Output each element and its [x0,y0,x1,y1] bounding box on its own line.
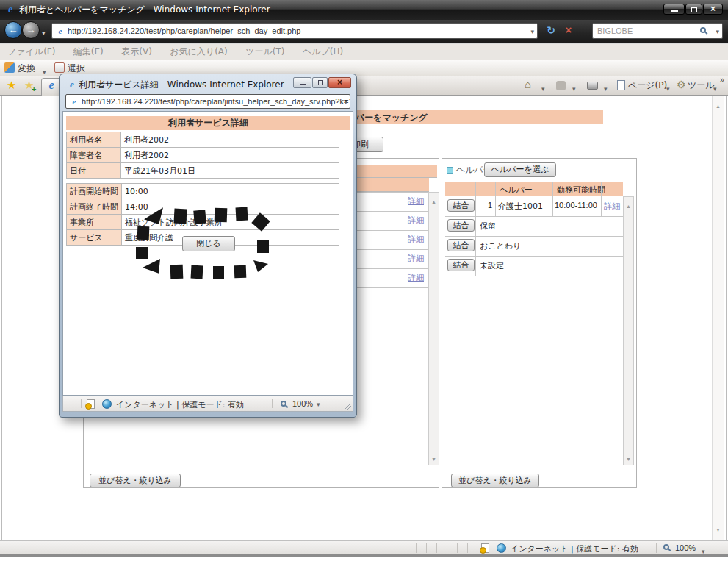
minimize-icon [300,84,306,85]
page-scroll-down-icon[interactable] [716,521,721,535]
user-detail-link[interactable]: 詳細 [408,253,424,264]
table-row: 障害者名 利用者2002 [67,148,339,163]
dialog-address-favicon: e [69,95,79,108]
helper-time: 10:00-11:00 [555,201,597,210]
helper-sort-filter-button[interactable]: 並び替え・絞り込み [451,474,539,487]
main-zoom-level[interactable]: 100% [675,543,696,552]
helper-panel: ヘルパー ヘルパーを選ぶ ヘルパー 勤務可能時間 結合 1 介護士1001 10… [442,158,637,488]
dialog-zoom-level[interactable]: 100% [292,399,313,408]
menu-favorites[interactable]: お気に入り(A) [162,44,234,60]
annotation-mark [136,247,148,259]
scroll-down-icon[interactable] [431,451,436,464]
user-sort-filter-button[interactable]: 並び替え・絞り込み [90,474,181,487]
internet-zone-icon [102,399,112,409]
back-button[interactable] [4,21,22,39]
join-button[interactable]: 結合 [447,199,475,212]
user-detail-link[interactable]: 詳細 [408,234,424,245]
search-dropdown-icon[interactable] [716,24,719,39]
dialog-minimize-button[interactable] [293,77,311,88]
scroll-up-icon[interactable] [431,193,436,207]
helper-list-scrollbar[interactable] [623,196,634,465]
feed-dropdown-icon[interactable] [572,81,576,94]
print-icon[interactable] [587,82,598,90]
helper-name: 未設定 [480,260,504,271]
info-value: 平成21年03月01日 [121,163,339,179]
address-dropdown-icon[interactable] [530,24,534,39]
join-button[interactable]: 結合 [447,219,475,232]
annotation-mark [193,210,206,224]
home-icon[interactable] [525,78,531,91]
internet-zone-icon [497,543,506,553]
menu-tools[interactable]: ツール(T) [238,44,292,60]
protected-page-icon [481,543,489,553]
user-table-bottom-border [87,465,428,465]
refresh-button[interactable] [544,24,558,38]
maximize-button[interactable] [685,4,702,15]
tab-favicon: e [46,79,57,92]
page-scroll-up-icon[interactable] [716,98,721,111]
dialog-close-button[interactable] [328,77,351,88]
feed-icon[interactable] [556,81,566,90]
dialog-restore-button[interactable] [312,77,328,88]
search-icon[interactable] [700,27,706,33]
nav-history-dropdown-icon[interactable] [42,25,46,38]
helper-detail-link[interactable]: 詳細 [604,201,620,212]
time-col-header: 勤務可能時間 [557,185,605,196]
info-value: 利用者2002 [121,148,339,163]
status-divider [406,543,406,553]
stop-button[interactable] [561,24,576,38]
annotation-mark [257,240,269,253]
user-list-scrollbar[interactable] [428,192,439,465]
close-button[interactable] [703,4,723,15]
helper-row-line [445,276,623,276]
home-dropdown-icon[interactable] [541,81,545,94]
menu-help[interactable]: ヘルプ(H) [295,44,350,60]
dialog-title: 利用者サービス詳細 - Windows Internet Explorer [79,79,284,91]
address-input[interactable]: e http://192.168.24.220/test/php/carepla… [51,23,538,39]
helper-col-line [495,182,496,216]
user-detail-link[interactable]: 詳細 [408,196,424,207]
scroll-down-icon[interactable] [626,451,631,464]
menu-view[interactable]: 表示(V) [114,44,159,60]
search-input[interactable]: BIGLOBE [592,23,723,39]
annotation-mark [215,208,228,223]
table-row: 計画開始時間 10:00 [67,184,339,199]
dialog-status-bar: インターネット | 保護モード: 有効 100% [62,396,353,412]
user-detail-link[interactable]: 詳細 [408,215,424,226]
minimize-button[interactable] [663,4,685,15]
forward-button[interactable] [22,21,40,39]
zoom-icon[interactable] [663,544,669,550]
menu-edit[interactable]: 編集(E) [66,44,111,60]
annotation-mark [173,209,187,224]
join-button[interactable]: 結合 [447,259,475,271]
dialog-address-input[interactable]: e http://192.168.24.220/test/php/carepla… [65,94,350,109]
favorites-center-icon[interactable] [7,79,16,92]
dialog-address-dropdown-icon[interactable] [344,95,347,109]
page-menu-button[interactable]: ページ(P) [628,78,667,93]
join-button[interactable]: 結合 [447,239,475,251]
convert-button[interactable]: 変換 [18,62,35,75]
choose-helper-button[interactable]: ヘルパーを選ぶ [484,162,556,177]
main-zone-text: インターネット | 保護モード: 有効 [511,543,638,554]
status-divider [467,543,468,553]
main-status-bar: インターネット | 保護モード: 有効 100% [0,540,728,554]
main-window-title: 利用者とヘルパーをマッチング - Windows Internet Explor… [19,0,270,20]
add-favorite-icon[interactable] [24,79,34,92]
page-scrollbar[interactable] [712,96,724,540]
user-detail-link[interactable]: 詳細 [408,272,424,283]
convert-dropdown-icon[interactable] [43,64,46,77]
menu-bar: ファイル(F) 編集(E) 表示(V) お気に入り(A) ツール(T) ヘルプ(… [0,44,728,60]
tools-dropdown-icon[interactable] [713,81,717,94]
annotation-mark [213,266,224,279]
resize-grip[interactable] [344,402,351,410]
more-commands-icon[interactable]: » [720,75,724,84]
print-dropdown-icon[interactable] [604,81,608,94]
scroll-up-icon[interactable] [626,198,631,211]
page-dropdown-icon[interactable] [666,81,670,94]
zoom-icon[interactable] [281,401,286,407]
dialog-close-page-button[interactable]: 閉じる [182,236,235,251]
zoom-dropdown-icon[interactable] [317,399,320,408]
menu-file[interactable]: ファイル(F) [0,44,62,60]
annotation-mark [170,265,184,279]
table-row: 日付 平成21年03月01日 [67,163,339,179]
